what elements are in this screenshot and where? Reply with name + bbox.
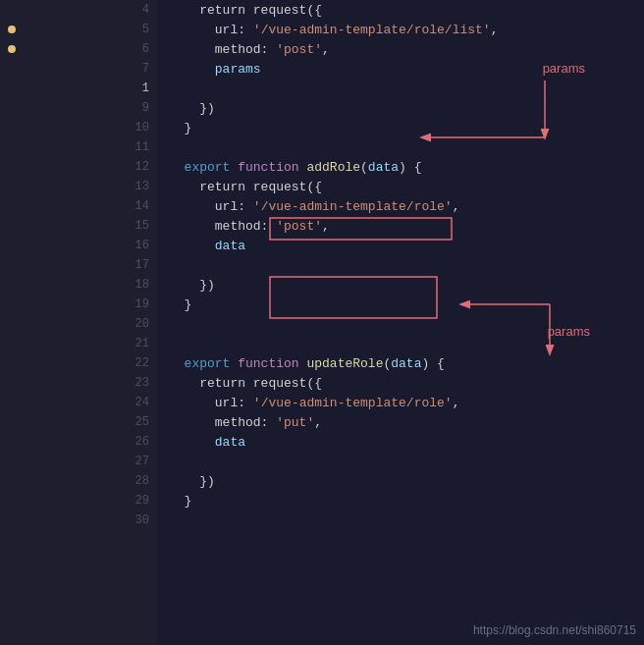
code-line-16: data: [157, 236, 644, 255]
gutter-line-4: 4: [0, 0, 157, 20]
code-line-17: [157, 255, 644, 275]
code-line-12: export function addRole(data) {: [157, 157, 644, 177]
code-line-27: [157, 452, 644, 471]
code-line-20: [157, 314, 644, 334]
code-line-24: url: '/vue-admin-template/role',: [157, 393, 644, 412]
code-line-18: }): [157, 275, 644, 295]
code-content: return request({ url: '/vue-admin-templa…: [157, 0, 644, 645]
code-line-9: }): [157, 98, 644, 118]
gutter-line-8: 1: [0, 79, 157, 98]
code-line-5: url: '/vue-admin-template/role/list',: [157, 20, 644, 39]
breakpoint-dot: [8, 45, 16, 53]
code-line-15: method: 'post',: [157, 216, 644, 236]
code-line-10: }: [157, 118, 644, 137]
code-line-30: [157, 511, 644, 530]
gutter-line-6: 6: [0, 39, 157, 59]
code-line-22: export function updateRole(data) {: [157, 353, 644, 373]
code-line-26: data: [157, 432, 644, 452]
code-line-28: }): [157, 471, 644, 491]
gutter-line-5: 5: [0, 20, 157, 39]
code-line-23: return request({: [157, 373, 644, 393]
code-line-19: }: [157, 295, 644, 314]
code-line-29: }: [157, 491, 644, 511]
code-line-7: params: [157, 59, 644, 79]
code-editor: return request({ url: '/vue-admin-templa…: [157, 0, 644, 645]
line-gutter: 4 5 6 7 1 9 10 11 12 13 14 15 16 17 18 1…: [0, 0, 157, 645]
code-line-14: url: '/vue-admin-template/role',: [157, 196, 644, 216]
code-line-13: return request({: [157, 177, 644, 196]
gutter-line-7: 7: [0, 59, 157, 79]
code-line-6: method: 'post',: [157, 39, 644, 59]
code-line-11: [157, 137, 644, 157]
code-line-21: [157, 334, 644, 353]
breakpoint-dot: [8, 26, 16, 33]
code-line-4: return request({: [157, 0, 644, 20]
watermark: https://blog.csdn.net/shi860715: [473, 623, 636, 637]
code-line-8: [157, 79, 644, 98]
code-line-25: method: 'put',: [157, 412, 644, 432]
